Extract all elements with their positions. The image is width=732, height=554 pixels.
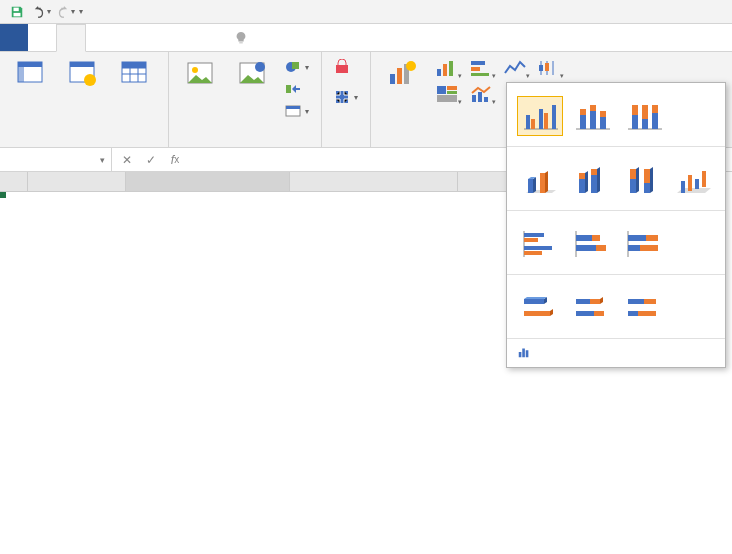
- 3d-clustered-bar-thumb[interactable]: [517, 288, 563, 328]
- select-all-corner[interactable]: [0, 172, 28, 192]
- ribbon-tabs: [0, 24, 732, 52]
- 3d-clustered-column-thumb[interactable]: [517, 160, 562, 200]
- 3d-stacked-bar-thumb[interactable]: [569, 288, 615, 328]
- clustered-column-thumb[interactable]: [517, 96, 563, 136]
- svg-rect-65: [576, 235, 592, 241]
- svg-rect-58: [652, 105, 658, 113]
- formula-cancel-icon[interactable]: ✕: [116, 150, 138, 170]
- tab-insert[interactable]: [56, 24, 86, 52]
- store-button[interactable]: [330, 56, 362, 78]
- svg-rect-66: [592, 235, 600, 241]
- shapes-button[interactable]: ▾: [281, 56, 313, 78]
- my-addins-button[interactable]: ▾: [330, 86, 362, 108]
- svg-rect-67: [576, 245, 596, 251]
- tab-view[interactable]: [198, 24, 226, 51]
- svg-rect-56: [642, 105, 648, 119]
- bar-chart-button[interactable]: [465, 56, 497, 80]
- svg-rect-50: [600, 117, 606, 129]
- svg-rect-25: [443, 64, 447, 76]
- svg-rect-0: [14, 7, 19, 11]
- tab-review[interactable]: [170, 24, 198, 51]
- svg-rect-36: [472, 95, 476, 102]
- pivot-table-button[interactable]: [8, 56, 56, 94]
- svg-rect-62: [524, 246, 552, 250]
- svg-rect-18: [286, 106, 300, 109]
- svg-point-7: [84, 74, 96, 86]
- group-tables: [0, 52, 169, 147]
- svg-rect-21: [397, 68, 402, 84]
- svg-point-11: [192, 67, 198, 73]
- screenshot-button[interactable]: ▾: [281, 100, 313, 122]
- svg-rect-32: [437, 86, 446, 94]
- svg-rect-15: [292, 62, 299, 69]
- tell-me-input[interactable]: [234, 24, 252, 51]
- svg-point-23: [406, 61, 416, 71]
- combo-chart-button[interactable]: [465, 82, 497, 106]
- col-header-B[interactable]: [126, 172, 290, 192]
- online-pictures-button[interactable]: [229, 56, 277, 94]
- formula-enter-icon[interactable]: ✓: [140, 150, 162, 170]
- selection-handle[interactable]: [0, 192, 6, 198]
- section-3d-bar: [507, 275, 725, 284]
- svg-rect-19: [336, 91, 348, 103]
- more-column-charts-link[interactable]: [507, 339, 725, 367]
- quick-access-toolbar: ▾ ▾ ▾: [6, 2, 83, 22]
- col-header-C[interactable]: [290, 172, 458, 192]
- hierarchy-chart-button[interactable]: [431, 82, 463, 106]
- svg-point-13: [255, 62, 265, 72]
- save-button[interactable]: [6, 2, 28, 22]
- table-button[interactable]: [112, 56, 160, 94]
- recommended-charts-button[interactable]: [379, 56, 427, 94]
- column-chart-button[interactable]: [431, 56, 463, 80]
- tab-layout[interactable]: [86, 24, 114, 51]
- svg-rect-43: [544, 113, 548, 129]
- svg-rect-63: [524, 251, 542, 255]
- svg-rect-30: [539, 65, 543, 71]
- column-chart-dropdown: [506, 82, 726, 368]
- stacked-column-thumb[interactable]: [569, 96, 615, 136]
- recommended-pivot-button[interactable]: [60, 56, 108, 94]
- svg-rect-40: [526, 115, 530, 129]
- svg-rect-38: [484, 97, 488, 102]
- name-box[interactable]: ▾: [0, 148, 112, 171]
- 3d-100-stacked-column-thumb[interactable]: [619, 160, 664, 200]
- stacked-bar-thumb[interactable]: [569, 224, 615, 264]
- formula-fx-icon[interactable]: fx: [164, 150, 186, 170]
- stock-chart-button[interactable]: [533, 56, 565, 80]
- svg-rect-74: [519, 352, 522, 357]
- svg-rect-26: [449, 61, 453, 76]
- svg-rect-34: [447, 91, 457, 94]
- svg-rect-16: [286, 85, 291, 93]
- svg-rect-6: [70, 62, 94, 67]
- svg-rect-51: [600, 111, 606, 117]
- 100-stacked-bar-thumb[interactable]: [621, 224, 667, 264]
- lightbulb-icon: [234, 31, 248, 45]
- group-addins: ▾: [322, 52, 371, 147]
- tab-data[interactable]: [142, 24, 170, 51]
- chart-icon: [517, 345, 531, 359]
- redo-button[interactable]: ▾: [54, 2, 76, 22]
- undo-button[interactable]: ▾: [30, 2, 52, 22]
- tab-home[interactable]: [28, 24, 56, 51]
- smartart-button[interactable]: [281, 78, 313, 100]
- 3d-stacked-column-thumb[interactable]: [568, 160, 613, 200]
- svg-rect-44: [552, 105, 556, 129]
- 3d-100-stacked-bar-thumb[interactable]: [621, 288, 667, 328]
- svg-rect-35: [437, 95, 457, 102]
- pictures-button[interactable]: [177, 56, 225, 94]
- svg-rect-68: [596, 245, 606, 251]
- group-illustrations: ▾ ▾: [169, 52, 322, 147]
- clustered-bar-thumb[interactable]: [517, 224, 563, 264]
- 3d-column-thumb[interactable]: [670, 160, 715, 200]
- svg-rect-37: [478, 92, 482, 102]
- section-3d-column: [507, 147, 725, 156]
- tab-file[interactable]: [0, 24, 28, 51]
- 100-stacked-column-thumb[interactable]: [621, 96, 667, 136]
- tab-formulas[interactable]: [114, 24, 142, 51]
- line-chart-button[interactable]: [499, 56, 531, 80]
- col-header-A[interactable]: [28, 172, 126, 192]
- svg-rect-4: [18, 62, 24, 82]
- section-2d-bar: [507, 211, 725, 220]
- qat-customize-icon[interactable]: ▾: [79, 7, 83, 16]
- svg-rect-76: [526, 350, 529, 357]
